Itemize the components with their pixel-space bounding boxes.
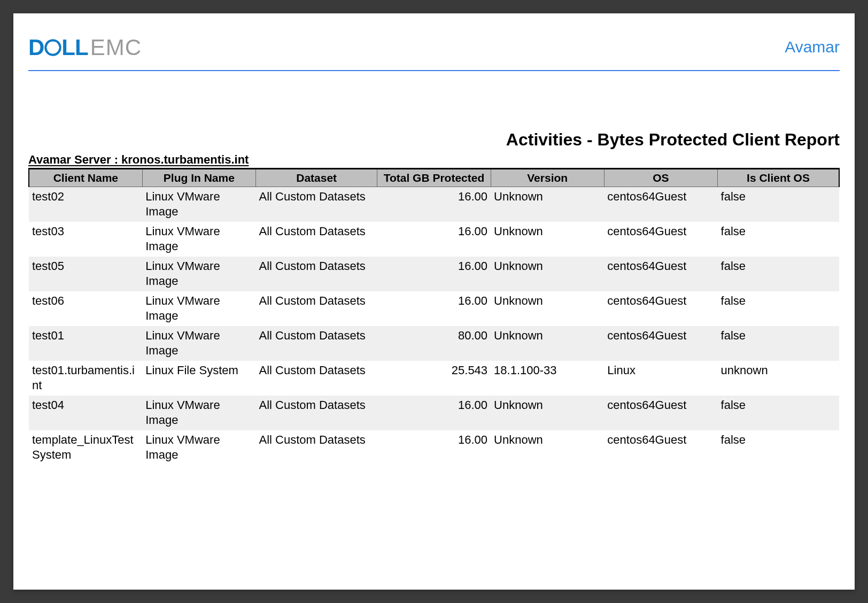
cell-total: 80.00 <box>377 326 491 361</box>
cell-os: centos64Guest <box>604 430 717 465</box>
cell-plugin: Linux VMware Image <box>142 187 255 222</box>
table-header-row: Client Name Plug In Name Dataset Total G… <box>29 169 839 187</box>
cell-total: 16.00 <box>377 396 491 430</box>
dell-tilted-e-icon <box>43 38 63 57</box>
col-os: OS <box>604 169 717 187</box>
cell-dataset: All Custom Datasets <box>255 326 377 361</box>
cell-os: centos64Guest <box>604 326 717 361</box>
col-version: Version <box>491 169 604 187</box>
cell-version: Unknown <box>491 187 604 222</box>
cell-client: test05 <box>29 257 142 291</box>
cell-plugin: Linux VMware Image <box>142 222 255 257</box>
cell-isclient: unknown <box>718 361 839 396</box>
cell-isclient: false <box>718 396 839 430</box>
cell-dataset: All Custom Datasets <box>255 187 377 222</box>
cell-isclient: false <box>718 257 839 291</box>
product-name: Avamar <box>785 38 840 56</box>
cell-dataset: All Custom Datasets <box>255 361 377 396</box>
cell-isclient: false <box>718 291 839 326</box>
cell-os: centos64Guest <box>604 291 717 326</box>
table-row: test01.turbamentis.intLinux File SystemA… <box>29 361 839 396</box>
cell-os: centos64Guest <box>604 257 717 291</box>
table-row: test05Linux VMware ImageAll Custom Datas… <box>29 257 839 291</box>
cell-dataset: All Custom Datasets <box>255 257 377 291</box>
col-is-client-os: Is Client OS <box>718 169 839 187</box>
cell-dataset: All Custom Datasets <box>255 222 377 257</box>
dell-emc-logo: D LL EMC <box>28 35 142 60</box>
cell-total: 16.00 <box>377 291 491 326</box>
cell-client: test01 <box>29 326 142 361</box>
table-row: test06Linux VMware ImageAll Custom Datas… <box>29 291 839 326</box>
cell-version: Unknown <box>491 291 604 326</box>
report-title: Activities - Bytes Protected Client Repo… <box>28 130 840 150</box>
cell-version: Unknown <box>491 430 604 465</box>
cell-total: 16.00 <box>377 257 491 291</box>
dell-logo-text: D LL <box>28 35 88 60</box>
cell-version: Unknown <box>491 396 604 430</box>
dell-ll: LL <box>61 35 88 60</box>
col-client-name: Client Name <box>29 169 142 187</box>
cell-total: 25.543 <box>377 361 491 396</box>
cell-version: Unknown <box>491 257 604 291</box>
table-row: test03Linux VMware ImageAll Custom Datas… <box>29 222 839 257</box>
col-dataset: Dataset <box>255 169 377 187</box>
cell-client: test02 <box>29 187 142 222</box>
cell-os: centos64Guest <box>604 396 717 430</box>
cell-total: 16.00 <box>377 187 491 222</box>
table-row: test04Linux VMware ImageAll Custom Datas… <box>29 396 839 430</box>
cell-os: centos64Guest <box>604 187 717 222</box>
dell-d: D <box>28 35 44 60</box>
col-total-gb-protected: Total GB Protected <box>377 169 491 187</box>
cell-isclient: false <box>718 187 839 222</box>
cell-version: 18.1.100-33 <box>491 361 604 396</box>
cell-client: test06 <box>29 291 142 326</box>
cell-total: 16.00 <box>377 222 491 257</box>
cell-version: Unknown <box>491 222 604 257</box>
server-label: Avamar Server : kronos.turbamentis.int <box>28 153 840 167</box>
cell-plugin: Linux VMware Image <box>142 430 255 465</box>
cell-plugin: Linux VMware Image <box>142 257 255 291</box>
table-row: test01Linux VMware ImageAll Custom Datas… <box>29 326 839 361</box>
cell-version: Unknown <box>491 326 604 361</box>
cell-isclient: false <box>718 222 839 257</box>
report-page: D LL EMC Avamar Activities - Bytes Prote… <box>13 13 855 590</box>
cell-total: 16.00 <box>377 430 491 465</box>
col-plugin-name: Plug In Name <box>142 169 255 187</box>
table-row: template_LinuxTestSystemLinux VMware Ima… <box>29 430 839 465</box>
cell-dataset: All Custom Datasets <box>255 430 377 465</box>
report-table: Client Name Plug In Name Dataset Total G… <box>28 168 840 465</box>
cell-plugin: Linux VMware Image <box>142 326 255 361</box>
cell-os: centos64Guest <box>604 222 717 257</box>
table-row: test02Linux VMware ImageAll Custom Datas… <box>29 187 839 222</box>
table-body: test02Linux VMware ImageAll Custom Datas… <box>29 187 839 466</box>
cell-plugin: Linux VMware Image <box>142 291 255 326</box>
cell-isclient: false <box>718 326 839 361</box>
emc-logo-text: EMC <box>90 35 142 60</box>
cell-dataset: All Custom Datasets <box>255 291 377 326</box>
cell-client: test04 <box>29 396 142 430</box>
cell-plugin: Linux File System <box>142 361 255 396</box>
cell-client: test03 <box>29 222 142 257</box>
cell-plugin: Linux VMware Image <box>142 396 255 430</box>
cell-os: Linux <box>604 361 717 396</box>
cell-client: test01.turbamentis.int <box>29 361 142 396</box>
cell-client: template_LinuxTestSystem <box>29 430 142 465</box>
page-header: D LL EMC Avamar <box>28 35 840 71</box>
cell-isclient: false <box>718 430 839 465</box>
cell-dataset: All Custom Datasets <box>255 396 377 430</box>
